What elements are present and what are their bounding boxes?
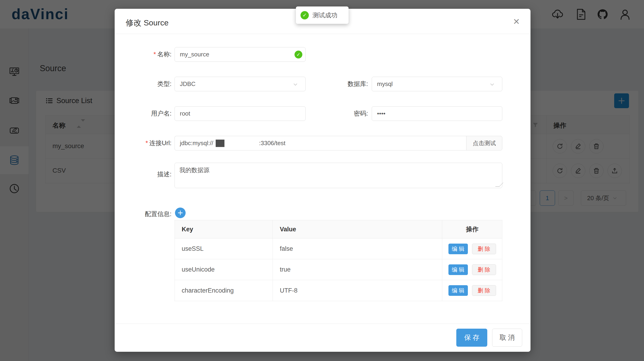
config-delete-button[interactable]: 删 除: [472, 285, 496, 296]
password-label: 密码:: [308, 109, 368, 118]
config-value: false: [273, 238, 442, 259]
type-value: JDBC: [180, 80, 196, 88]
toast-success: ✓ 测试成功: [296, 6, 348, 24]
config-table-header: Key Value 操作: [175, 220, 502, 238]
description-textarea[interactable]: 我的数据源: [174, 163, 502, 188]
config-row: useUnicode true 编 辑 删 除: [175, 259, 502, 280]
username-label: 用户名:: [112, 109, 172, 118]
url-prefix: jdbc:mysql://: [180, 140, 213, 147]
config-col-value: Value: [273, 220, 442, 238]
add-config-button[interactable]: [175, 208, 186, 218]
modal-title: 修改 Source: [126, 18, 168, 28]
config-key: useSSL: [175, 238, 273, 259]
close-icon[interactable]: ✕: [510, 16, 522, 28]
database-value: mysql: [377, 80, 393, 88]
config-edit-button[interactable]: 编 辑: [448, 285, 468, 296]
success-check-icon: ✓: [300, 11, 309, 20]
config-delete-button[interactable]: 删 除: [472, 264, 496, 275]
config-col-key: Key: [175, 220, 273, 238]
edit-source-modal: 修改 Source ✕ *名称: ✓ 类型: JDBC 数据库: mysql 用…: [115, 9, 530, 352]
url-suffix: :3306/test: [259, 140, 286, 147]
config-value: true: [273, 259, 442, 280]
password-input[interactable]: [372, 106, 502, 121]
config-value: UTF-8: [273, 280, 442, 301]
type-select[interactable]: JDBC: [174, 77, 306, 91]
database-select[interactable]: mysql: [372, 77, 502, 91]
url-input-group: jdbc:mysql:// :3306/test 点击测试: [174, 136, 502, 150]
type-label: 类型:: [112, 80, 172, 88]
config-label: 配置信息:: [112, 210, 172, 218]
url-label: *连接Url:: [112, 139, 172, 147]
config-row: characterEncoding UTF-8 编 辑 删 除: [175, 280, 502, 301]
cancel-button[interactable]: 取 消: [492, 329, 522, 347]
redacted-host-block: [216, 140, 224, 147]
username-input[interactable]: [174, 106, 306, 121]
config-col-action: 操作: [442, 220, 502, 238]
database-label: 数据库:: [308, 80, 368, 88]
config-edit-button[interactable]: 编 辑: [448, 264, 468, 275]
save-button[interactable]: 保 存: [456, 329, 487, 347]
description-label: 描述:: [112, 170, 172, 178]
required-mark: *: [154, 51, 156, 58]
test-connection-button[interactable]: 点击测试: [466, 136, 502, 150]
config-key: characterEncoding: [175, 280, 273, 301]
valid-check-icon: ✓: [294, 50, 302, 58]
name-label: *名称:: [112, 50, 172, 58]
plus-icon: [177, 210, 183, 216]
required-mark: *: [146, 140, 148, 146]
toast-message: 测试成功: [312, 11, 338, 20]
config-key: useUnicode: [175, 259, 273, 280]
config-edit-button[interactable]: 编 辑: [448, 244, 468, 254]
config-delete-button[interactable]: 删 除: [472, 244, 496, 254]
config-table: Key Value 操作 useSSL false 编 辑 删 除 useUni…: [174, 220, 502, 301]
config-row: useSSL false 编 辑 删 除: [175, 238, 502, 259]
url-input[interactable]: jdbc:mysql:// :3306/test: [174, 136, 466, 150]
name-input[interactable]: [174, 47, 306, 62]
